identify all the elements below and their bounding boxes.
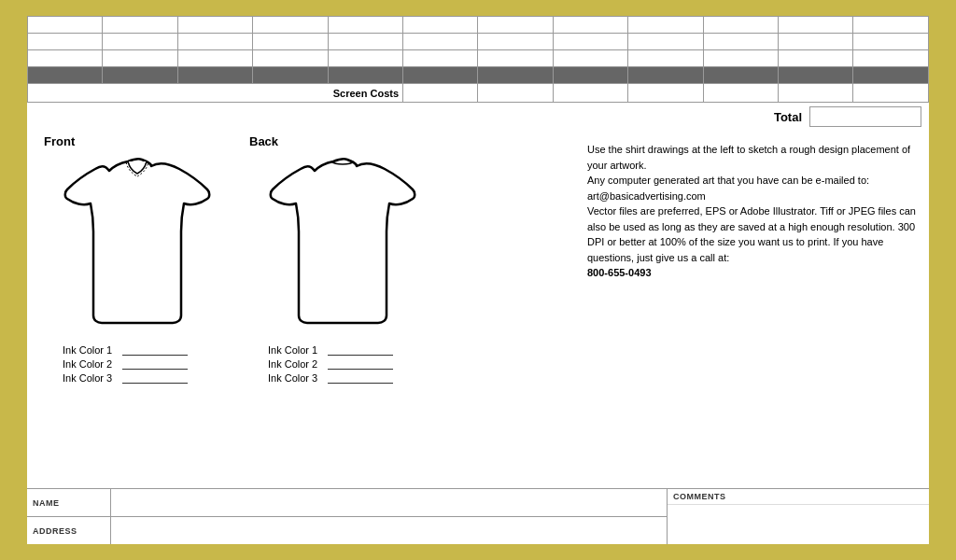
total-input[interactable] <box>809 106 921 127</box>
front-ink-colors: Ink Color 1 Ink Color 2 Ink Color 3 <box>44 344 188 384</box>
address-label: ADDRESS <box>27 517 111 544</box>
front-shirt-item: Front Ink Color 1 Ink <box>44 134 231 384</box>
back-ink-colors: Ink Color 1 Ink Color 2 Ink Color 3 <box>249 344 393 384</box>
info-para-3: Vector files are preferred, EPS or Adobe… <box>587 203 918 265</box>
back-shirt-svg <box>249 152 436 339</box>
comments-section: COMMENTS <box>668 489 929 544</box>
page: Screen Costs Total Front <box>25 14 931 546</box>
bottom-form: NAME ADDRESS COMMENTS <box>27 488 929 544</box>
back-ink-3: Ink Color 3 <box>268 372 393 384</box>
back-shirt-item: Back Ink Color 1 Ink Color 2 <box>249 134 436 384</box>
main-content: Front Ink Color 1 Ink <box>27 131 929 488</box>
front-label: Front <box>44 134 75 148</box>
front-shirt-svg <box>44 152 231 339</box>
back-ink-2: Ink Color 2 <box>268 358 393 370</box>
address-row: ADDRESS <box>27 517 667 544</box>
address-value[interactable] <box>111 517 667 544</box>
screen-costs-label: Screen Costs <box>28 84 403 103</box>
comments-body[interactable] <box>668 505 929 544</box>
name-label: NAME <box>27 489 111 516</box>
info-para-2: Any computer generated art that you have… <box>587 173 918 203</box>
info-text: Use the shirt drawings at the left to sk… <box>583 134 921 484</box>
name-value[interactable] <box>111 489 667 516</box>
info-para-1: Use the shirt drawings at the left to sk… <box>587 142 918 173</box>
form-left: NAME ADDRESS <box>27 489 668 544</box>
order-table: Screen Costs <box>27 16 929 103</box>
shirts-row: Front Ink Color 1 Ink <box>35 134 576 384</box>
total-label: Total <box>774 110 802 124</box>
info-phone: 800-655-0493 <box>587 265 918 281</box>
back-label: Back <box>249 134 278 148</box>
comments-label: COMMENTS <box>668 489 929 505</box>
back-ink-1: Ink Color 1 <box>268 344 393 356</box>
front-ink-2: Ink Color 2 <box>63 358 188 370</box>
front-ink-1: Ink Color 1 <box>63 344 188 356</box>
total-row: Total <box>27 103 929 131</box>
name-row: NAME <box>27 489 667 517</box>
shirt-section: Front Ink Color 1 Ink <box>35 134 576 484</box>
front-ink-3: Ink Color 3 <box>63 372 188 384</box>
